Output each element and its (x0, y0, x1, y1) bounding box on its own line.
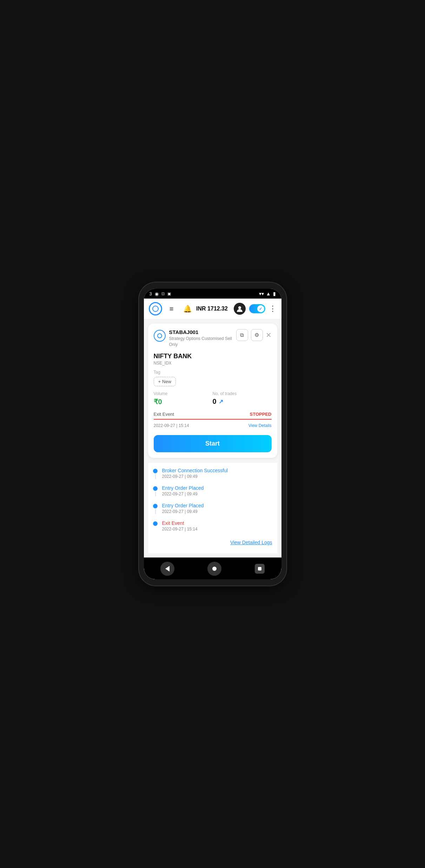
status-bar: 3 ◉ ⊡ ▣ ▾▾ ▲ ▮ (144, 289, 281, 299)
recent-nav-button[interactable] (255, 564, 265, 574)
log-dot-3 (153, 504, 158, 508)
toggle-check-icon: ✓ (259, 307, 262, 311)
log-date-2: 2022-09-27 | 09:49 (162, 492, 272, 496)
signal-icon: ▲ (266, 291, 271, 296)
strategy-card: STABAJ001 Strategy Options Customised Se… (148, 323, 277, 458)
top-bar-right: ✓ ⋮ (234, 303, 277, 315)
trades-label: No. of trades (213, 391, 272, 396)
strategy-id: STABAJ001 (169, 329, 236, 335)
view-detailed-logs-link[interactable]: View Detailed Logs (230, 540, 272, 545)
log-title-4: Exit Event (162, 520, 272, 526)
top-bar-left: ≡ (149, 302, 178, 315)
strategy-logo (154, 330, 166, 342)
app-logo-inner (152, 306, 159, 312)
recent-icon (258, 567, 261, 570)
status-icon-3: ▣ (167, 292, 171, 296)
home-nav-button[interactable] (207, 562, 221, 576)
close-button[interactable]: ✕ (266, 331, 272, 339)
activity-log: Broker Connection Successful 2022-09-27 … (148, 463, 277, 553)
top-bar: ≡ 🔔 INR 1712.32 ✓ ⋮ (144, 299, 281, 319)
battery-icon: ▮ (273, 291, 276, 296)
log-date-3: 2022-09-27 | 09:49 (162, 509, 272, 514)
metrics-row: Volume ₹0 No. of trades 0 ↗ (154, 391, 272, 406)
bottom-nav (144, 557, 281, 579)
strategy-info: STABAJ001 Strategy Options Customised Se… (169, 329, 236, 348)
strategy-subtitle: Strategy Options Customised Sell Only (169, 336, 236, 348)
phone-frame: 3 ◉ ⊡ ▣ ▾▾ ▲ ▮ ≡ 🔔 I (139, 282, 286, 586)
card-actions: ⧉ ⚙ ✕ (236, 329, 272, 341)
exit-event-divider (154, 419, 272, 420)
log-title-3[interactable]: Entry Order Placed (162, 503, 272, 508)
log-content-1: Broker Connection Successful 2022-09-27 … (162, 468, 272, 479)
top-bar-center: 🔔 INR 1712.32 (183, 305, 228, 313)
tag-new-label: New (162, 379, 171, 384)
volume-metric: Volume ₹0 (154, 391, 213, 406)
exit-event-label: Exit Event (154, 412, 174, 417)
exit-event-row: Exit Event STOPPED (154, 412, 272, 417)
more-options-button[interactable]: ⋮ (269, 304, 277, 313)
log-dot-4 (153, 521, 158, 526)
trades-metric: No. of trades 0 ↗ (213, 391, 272, 406)
trades-value: 0 ↗ (213, 398, 272, 406)
back-icon (165, 566, 170, 572)
log-item: Entry Order Placed 2022-09-27 | 09:49 (153, 503, 272, 514)
card-header-left: STABAJ001 Strategy Options Customised Se… (154, 329, 236, 348)
log-content-4: Exit Event 2022-09-27 | 15:14 (162, 520, 272, 532)
log-dot-col (153, 468, 158, 479)
log-line-1 (155, 474, 156, 479)
log-date-1: 2022-09-27 | 09:49 (162, 474, 272, 479)
card-header: STABAJ001 Strategy Options Customised Se… (154, 329, 272, 348)
exit-event-date-row: 2022-09-27 | 15:14 View Details (154, 423, 272, 428)
status-left: 3 ◉ ⊡ ▣ (150, 291, 171, 296)
exit-event-date: 2022-09-27 | 15:14 (154, 423, 189, 428)
plus-icon: + (158, 379, 161, 384)
status-right: ▾▾ ▲ ▮ (259, 291, 276, 296)
status-time: 3 (150, 291, 152, 296)
toggle-knob: ✓ (257, 305, 264, 312)
balance-display: INR 1712.32 (196, 306, 228, 312)
wifi-icon: ▾▾ (259, 291, 264, 296)
log-line-2 (155, 492, 156, 496)
exit-event-status: STOPPED (250, 412, 272, 417)
log-dot-col (153, 520, 158, 532)
tag-label: Tag (154, 370, 272, 375)
instrument-name: NIFTY BANK (154, 353, 272, 360)
volume-label: Volume (154, 391, 213, 396)
start-button[interactable]: Start (154, 435, 272, 452)
log-dot-1 (153, 469, 158, 473)
view-detailed-logs-container: View Detailed Logs (153, 538, 272, 548)
log-item: Entry Order Placed 2022-09-27 | 09:49 (153, 485, 272, 496)
app-logo[interactable] (149, 302, 162, 315)
active-toggle[interactable]: ✓ (249, 304, 265, 313)
log-title-2[interactable]: Entry Order Placed (162, 485, 272, 491)
strategy-logo-inner (157, 333, 162, 338)
back-nav-button[interactable] (160, 562, 174, 576)
log-title-1[interactable]: Broker Connection Successful (162, 468, 272, 473)
log-item: Exit Event 2022-09-27 | 15:14 (153, 520, 272, 532)
svg-point-0 (238, 306, 241, 309)
log-item: Broker Connection Successful 2022-09-27 … (153, 468, 272, 479)
home-icon (212, 567, 217, 571)
settings-button[interactable]: ⚙ (251, 329, 263, 341)
menu-icon: ≡ (170, 305, 174, 313)
add-tag-button[interactable]: + New (154, 377, 176, 386)
trades-external-link[interactable]: ↗ (219, 398, 223, 405)
user-avatar[interactable] (234, 303, 246, 315)
close-icon: ✕ (266, 331, 272, 339)
phone-screen: 3 ◉ ⊡ ▣ ▾▾ ▲ ▮ ≡ 🔔 I (144, 289, 281, 579)
log-dot-2 (153, 486, 158, 491)
bell-icon[interactable]: 🔔 (183, 305, 192, 313)
copy-button[interactable]: ⧉ (236, 329, 248, 341)
log-dot-col (153, 485, 158, 496)
copy-icon: ⧉ (240, 332, 244, 338)
status-icon-1: ◉ (155, 291, 159, 296)
view-details-link[interactable]: View Details (248, 423, 272, 428)
main-content: STABAJ001 Strategy Options Customised Se… (144, 319, 281, 557)
log-dot-col (153, 503, 158, 514)
gear-icon: ⚙ (254, 332, 259, 338)
log-line-3 (155, 509, 156, 514)
volume-value: ₹0 (154, 398, 213, 406)
menu-button[interactable]: ≡ (166, 303, 178, 315)
instrument-exchange: NSE_IDX (154, 361, 272, 366)
log-content-2: Entry Order Placed 2022-09-27 | 09:49 (162, 485, 272, 496)
